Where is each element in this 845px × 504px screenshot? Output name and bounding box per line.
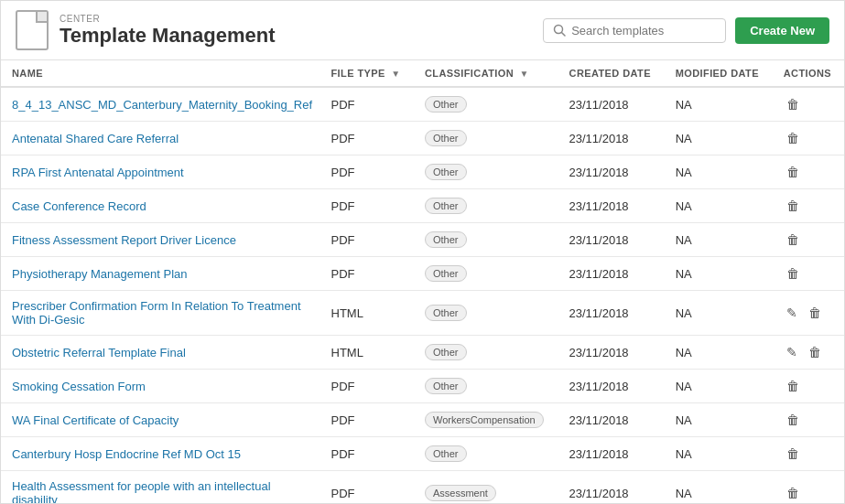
actions-container: 🗑 [784, 198, 833, 214]
template-classification: Other [414, 87, 558, 122]
template-modified-date: NA [665, 155, 773, 189]
actions-container: ✎🗑 [784, 344, 833, 360]
template-classification: Other [414, 155, 558, 189]
template-classification: Other [414, 257, 558, 291]
template-actions: ✎🗑 [773, 291, 844, 336]
actions-container: 🗑 [784, 485, 833, 501]
filetype-sort-icon: ▼ [391, 69, 400, 79]
template-classification: Other [414, 122, 558, 155]
template-file-type: HTML [320, 336, 415, 370]
delete-button[interactable]: 🗑 [784, 96, 802, 113]
template-actions: 🗑 [773, 189, 844, 223]
template-name[interactable]: Smoking Cessation Form [1, 370, 320, 403]
search-input[interactable] [571, 24, 716, 38]
classification-badge: Other [425, 231, 467, 248]
template-created-date: 23/11/2018 [558, 122, 665, 155]
template-modified-date: NA [665, 370, 773, 403]
template-created-date: 23/11/2018 [558, 223, 665, 257]
template-modified-date: NA [665, 336, 773, 370]
delete-button[interactable]: 🗑 [806, 305, 824, 321]
search-icon [553, 24, 566, 37]
template-file-type: PDF [320, 122, 415, 155]
template-created-date: 23/11/2018 [558, 370, 665, 403]
template-modified-date: NA [665, 257, 773, 291]
template-classification: Other [414, 223, 558, 257]
table-row: Prescriber Confirmation Form In Relation… [1, 291, 844, 336]
table-row: 8_4_13_ANSC_MD_Canterbury_Maternity_Book… [1, 87, 844, 122]
templates-table: NAME FILE TYPE ▼ CLASSIFICATION ▼ CREATE… [1, 60, 844, 504]
table-row: RPA First Antenatal AppointmentPDFOther2… [1, 155, 844, 189]
col-header-created-date: CREATED DATE [558, 60, 665, 87]
template-name[interactable]: Case Conference Record [1, 189, 320, 223]
col-header-actions: ACTIONS [773, 60, 844, 87]
template-modified-date: NA [665, 291, 773, 336]
edit-button[interactable]: ✎ [784, 344, 800, 360]
template-classification: Other [414, 291, 558, 336]
search-box [543, 18, 726, 43]
template-name[interactable]: Fitness Assessment Report Driver Licence [1, 223, 320, 257]
template-created-date: 23/11/2018 [558, 336, 665, 370]
table-row: Obstetric Referral Template FinalHTMLOth… [1, 336, 844, 370]
template-modified-date: NA [665, 403, 773, 437]
svg-line-1 [562, 33, 566, 37]
template-file-type: PDF [320, 403, 415, 437]
actions-container: 🗑 [784, 130, 833, 146]
delete-button[interactable]: 🗑 [784, 164, 802, 180]
delete-button[interactable]: 🗑 [784, 265, 802, 282]
template-name[interactable]: Health Assessment for people with an int… [1, 471, 320, 505]
table-row: WA Final Certificate of CapacityPDFWorke… [1, 403, 844, 437]
col-header-filetype[interactable]: FILE TYPE ▼ [320, 60, 415, 87]
delete-button[interactable]: 🗑 [806, 344, 824, 360]
classification-badge: Assessment [425, 485, 496, 501]
edit-button[interactable]: ✎ [784, 305, 800, 321]
template-name[interactable]: 8_4_13_ANSC_MD_Canterbury_Maternity_Book… [1, 87, 320, 122]
table-row: Canterbury Hosp Endocrine Ref MD Oct 15P… [1, 437, 844, 471]
col-header-classification[interactable]: CLASSIFICATION ▼ [414, 60, 558, 87]
template-name[interactable]: Canterbury Hosp Endocrine Ref MD Oct 15 [1, 437, 320, 471]
classification-badge: Other [425, 198, 467, 214]
delete-button[interactable]: 🗑 [784, 231, 802, 248]
header-left: CENTER Template Management [16, 10, 276, 50]
template-created-date: 23/11/2018 [558, 471, 665, 505]
template-name[interactable]: Prescriber Confirmation Form In Relation… [1, 291, 320, 336]
template-name[interactable]: Antenatal Shared Care Referral [1, 122, 320, 155]
table-row: Antenatal Shared Care ReferralPDFOther23… [1, 122, 844, 155]
delete-button[interactable]: 🗑 [784, 445, 802, 462]
template-name[interactable]: Physiotherapy Management Plan [1, 257, 320, 291]
delete-button[interactable]: 🗑 [784, 412, 802, 428]
template-actions: 🗑 [773, 155, 844, 189]
template-name[interactable]: WA Final Certificate of Capacity [1, 403, 320, 437]
create-new-button[interactable]: Create New [735, 17, 829, 44]
template-classification: Assessment [414, 471, 558, 505]
template-modified-date: NA [665, 437, 773, 471]
template-classification: Other [414, 437, 558, 471]
template-name[interactable]: Obstetric Referral Template Final [1, 336, 320, 370]
template-name[interactable]: RPA First Antenatal Appointment [1, 155, 320, 189]
document-icon [16, 10, 49, 50]
actions-container: ✎🗑 [784, 305, 833, 321]
table-row: Smoking Cessation FormPDFOther23/11/2018… [1, 370, 844, 403]
template-modified-date: NA [665, 471, 773, 505]
table-row: Fitness Assessment Report Driver Licence… [1, 223, 844, 257]
template-modified-date: NA [665, 122, 773, 155]
page-title: Template Management [60, 24, 276, 48]
classification-sort-icon: ▼ [520, 69, 529, 79]
title-block: CENTER Template Management [60, 14, 276, 48]
delete-button[interactable]: 🗑 [784, 198, 802, 214]
template-created-date: 23/11/2018 [558, 403, 665, 437]
delete-button[interactable]: 🗑 [784, 130, 802, 146]
template-file-type: PDF [320, 189, 415, 223]
template-classification: Other [414, 189, 558, 223]
col-header-name: NAME [1, 60, 320, 87]
delete-button[interactable]: 🗑 [784, 485, 802, 501]
classification-badge: Other [425, 96, 467, 113]
template-file-type: HTML [320, 291, 415, 336]
template-actions: 🗑 [773, 403, 844, 437]
page-wrapper: CENTER Template Management Create New NA… [0, 0, 845, 504]
classification-badge: Other [425, 164, 467, 180]
table-row: Physiotherapy Management PlanPDFOther23/… [1, 257, 844, 291]
table-container: NAME FILE TYPE ▼ CLASSIFICATION ▼ CREATE… [1, 60, 844, 504]
delete-button[interactable]: 🗑 [784, 378, 802, 394]
template-actions: 🗑 [773, 122, 844, 155]
header-right: Create New [543, 17, 829, 44]
